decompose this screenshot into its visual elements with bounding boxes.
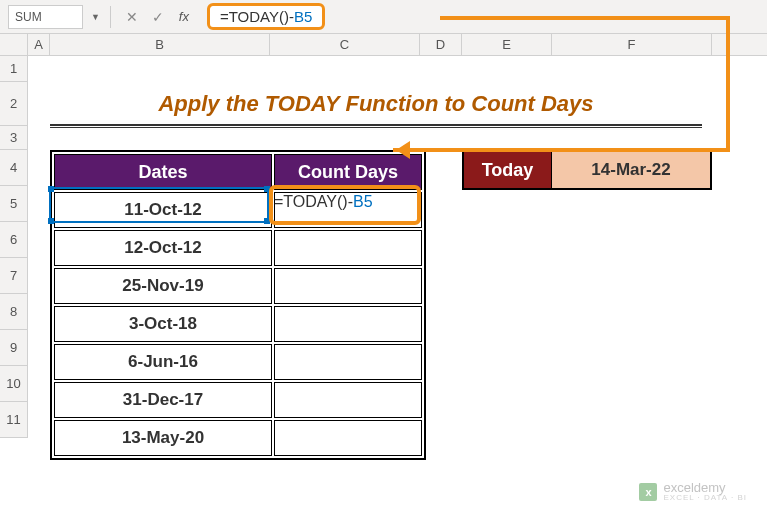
col-header-B[interactable]: B bbox=[50, 34, 270, 55]
cell-date[interactable]: 25-Nov-19 bbox=[54, 268, 272, 304]
table-header-row: Dates Count Days bbox=[54, 154, 422, 190]
formula-bar: SUM ▼ ✕ ✓ fx =TODAY()-B5 bbox=[0, 0, 767, 34]
grid: 1 2 3 4 5 6 7 8 9 10 11 Apply the TODAY … bbox=[0, 56, 767, 438]
header-dates[interactable]: Dates bbox=[54, 154, 272, 190]
title-underline-thin bbox=[50, 127, 702, 128]
cell-count[interactable] bbox=[274, 420, 422, 456]
today-value[interactable]: 14-Mar-22 bbox=[552, 152, 710, 188]
formula-highlight: =TODAY()-B5 bbox=[207, 3, 325, 30]
title-underline bbox=[50, 124, 702, 126]
cell-count[interactable] bbox=[274, 382, 422, 418]
table-row: 31-Dec-17 bbox=[54, 382, 422, 418]
title-text: Apply the TODAY Function to Count Days bbox=[158, 91, 593, 117]
cell-count[interactable] bbox=[274, 268, 422, 304]
formula-text-ref: B5 bbox=[294, 8, 312, 25]
col-header-F[interactable]: F bbox=[552, 34, 712, 55]
row-header-1[interactable]: 1 bbox=[0, 56, 27, 82]
header-count[interactable]: Count Days bbox=[274, 154, 422, 190]
table-row: 25-Nov-19 bbox=[54, 268, 422, 304]
formula-ref: B5 bbox=[353, 193, 373, 210]
cancel-icon[interactable]: ✕ bbox=[121, 6, 143, 28]
cell-count[interactable] bbox=[274, 344, 422, 380]
cell-date[interactable]: 3-Oct-18 bbox=[54, 306, 272, 342]
fx-icon[interactable]: fx bbox=[173, 6, 195, 28]
formula-fn: TODAY()- bbox=[283, 193, 353, 210]
select-all-corner[interactable] bbox=[0, 34, 28, 55]
watermark: x exceldemy EXCEL · DATA · BI bbox=[639, 481, 747, 502]
col-header-E[interactable]: E bbox=[462, 34, 552, 55]
column-headers: A B C D E F bbox=[0, 34, 767, 56]
cell-date[interactable]: 11-Oct-12 bbox=[54, 192, 272, 228]
cell-count[interactable] bbox=[274, 230, 422, 266]
cell-date[interactable]: 13-May-20 bbox=[54, 420, 272, 456]
row-header-8[interactable]: 8 bbox=[0, 294, 27, 330]
chevron-down-icon[interactable]: ▼ bbox=[91, 12, 100, 22]
row-header-2[interactable]: 2 bbox=[0, 82, 27, 126]
divider bbox=[110, 6, 111, 28]
row-header-5[interactable]: 5 bbox=[0, 186, 27, 222]
cell-c5-formula: =TODAY()-B5 bbox=[274, 193, 373, 211]
col-header-C[interactable]: C bbox=[270, 34, 420, 55]
enter-icon[interactable]: ✓ bbox=[147, 6, 169, 28]
today-label[interactable]: Today bbox=[464, 152, 552, 188]
row-header-6[interactable]: 6 bbox=[0, 222, 27, 258]
watermark-logo-icon: x bbox=[639, 483, 657, 501]
row-headers: 1 2 3 4 5 6 7 8 9 10 11 bbox=[0, 56, 28, 438]
today-box: Today 14-Mar-22 bbox=[462, 150, 712, 190]
table-row: 12-Oct-12 bbox=[54, 230, 422, 266]
name-box[interactable]: SUM bbox=[8, 5, 83, 29]
watermark-tag: EXCEL · DATA · BI bbox=[663, 494, 747, 502]
formula-text-prefix: =TODAY()- bbox=[220, 8, 294, 25]
row-header-3[interactable]: 3 bbox=[0, 126, 27, 150]
page-title: Apply the TODAY Function to Count Days bbox=[50, 82, 702, 126]
row-header-11[interactable]: 11 bbox=[0, 402, 27, 438]
watermark-text-stack: exceldemy EXCEL · DATA · BI bbox=[663, 481, 747, 502]
cell-date[interactable]: 31-Dec-17 bbox=[54, 382, 272, 418]
row-header-9[interactable]: 9 bbox=[0, 330, 27, 366]
table-row: 3-Oct-18 bbox=[54, 306, 422, 342]
name-box-value: SUM bbox=[15, 10, 42, 24]
row-header-7[interactable]: 7 bbox=[0, 258, 27, 294]
cell-date[interactable]: 6-Jun-16 bbox=[54, 344, 272, 380]
table-row: 6-Jun-16 bbox=[54, 344, 422, 380]
cells-area[interactable]: Apply the TODAY Function to Count Days D… bbox=[28, 56, 767, 438]
formula-input[interactable]: =TODAY()-B5 bbox=[199, 5, 759, 29]
arrow-left-icon bbox=[396, 141, 410, 159]
row-header-10[interactable]: 10 bbox=[0, 366, 27, 402]
col-header-D[interactable]: D bbox=[420, 34, 462, 55]
cell-count[interactable] bbox=[274, 306, 422, 342]
formula-eq: = bbox=[274, 193, 283, 210]
row-header-4[interactable]: 4 bbox=[0, 150, 27, 186]
cell-date[interactable]: 12-Oct-12 bbox=[54, 230, 272, 266]
col-header-A[interactable]: A bbox=[28, 34, 50, 55]
table-row: 13-May-20 bbox=[54, 420, 422, 456]
